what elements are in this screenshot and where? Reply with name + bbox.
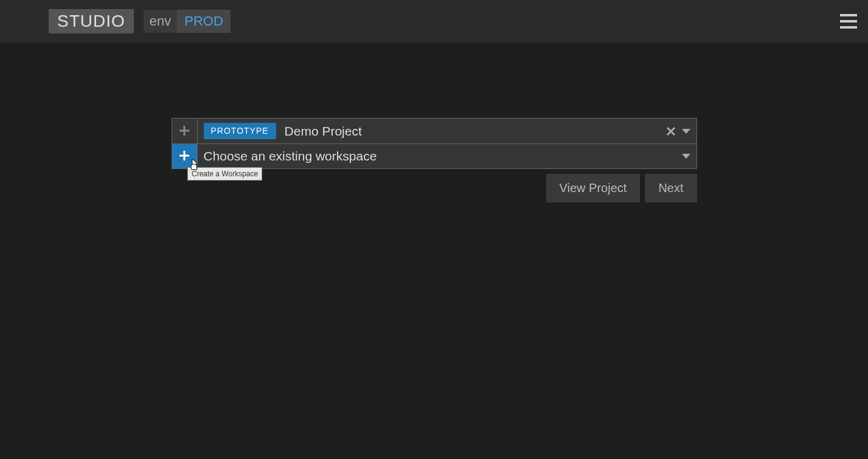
studio-logo[interactable]: STUDIO bbox=[49, 9, 134, 33]
view-project-button[interactable]: View Project bbox=[546, 174, 641, 202]
create-project-button[interactable] bbox=[172, 119, 198, 143]
env-value: PROD bbox=[177, 10, 231, 33]
project-dropdown-icon[interactable] bbox=[679, 119, 696, 143]
workspace-dropdown[interactable]: Choose an existing workspace bbox=[198, 144, 679, 168]
workspace-row: Choose an existing workspace bbox=[172, 143, 697, 169]
svg-marker-7 bbox=[682, 154, 690, 159]
plus-icon bbox=[178, 148, 190, 164]
prototype-badge: PROTOTYPE bbox=[204, 123, 276, 139]
project-name[interactable]: Demo Project bbox=[276, 119, 662, 143]
main-content: PROTOTYPE Demo Project bbox=[0, 43, 868, 202]
env-selector[interactable]: env PROD bbox=[144, 10, 231, 33]
workspace-dropdown-icon[interactable] bbox=[679, 144, 696, 168]
form-container: PROTOTYPE Demo Project bbox=[172, 118, 697, 202]
plus-icon bbox=[178, 123, 190, 139]
env-label: env bbox=[144, 10, 177, 33]
create-workspace-button[interactable] bbox=[172, 144, 198, 168]
create-workspace-tooltip: Create a Workspace bbox=[187, 167, 262, 181]
next-button[interactable]: Next bbox=[645, 174, 696, 202]
hamburger-menu-icon[interactable] bbox=[840, 14, 857, 29]
clear-project-icon[interactable] bbox=[662, 119, 679, 143]
svg-marker-4 bbox=[682, 129, 690, 134]
project-row: PROTOTYPE Demo Project bbox=[172, 118, 697, 143]
app-header: STUDIO env PROD bbox=[0, 0, 868, 43]
